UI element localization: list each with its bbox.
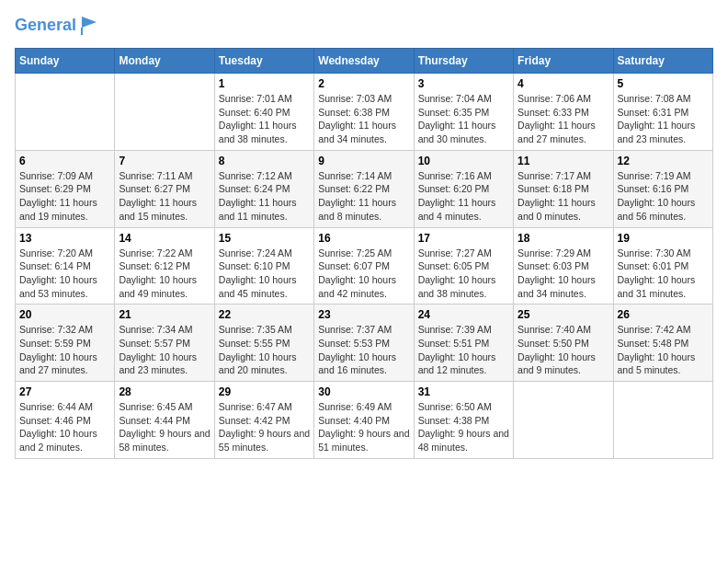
day-info: Sunrise: 7:32 AM Sunset: 5:59 PM Dayligh… bbox=[19, 323, 110, 377]
dow-header-thursday: Thursday bbox=[414, 49, 513, 74]
dow-header-friday: Friday bbox=[514, 49, 613, 74]
day-info: Sunrise: 7:25 AM Sunset: 6:07 PM Dayligh… bbox=[318, 247, 409, 301]
day-number: 7 bbox=[119, 155, 210, 167]
day-number: 22 bbox=[219, 308, 310, 321]
day-info: Sunrise: 7:29 AM Sunset: 6:03 PM Dayligh… bbox=[518, 247, 609, 301]
day-info: Sunrise: 7:09 AM Sunset: 6:29 PM Dayligh… bbox=[19, 169, 110, 224]
calendar-cell: 12Sunrise: 7:19 AM Sunset: 6:16 PM Dayli… bbox=[613, 150, 712, 227]
day-info: Sunrise: 7:34 AM Sunset: 5:57 PM Dayligh… bbox=[119, 323, 210, 377]
day-info: Sunrise: 6:44 AM Sunset: 4:46 PM Dayligh… bbox=[19, 400, 110, 454]
day-info: Sunrise: 7:20 AM Sunset: 6:14 PM Dayligh… bbox=[19, 247, 110, 301]
calendar-cell: 16Sunrise: 7:25 AM Sunset: 6:07 PM Dayli… bbox=[314, 227, 414, 304]
day-info: Sunrise: 7:39 AM Sunset: 5:51 PM Dayligh… bbox=[418, 323, 509, 377]
days-of-week-row: SundayMondayTuesdayWednesdayThursdayFrid… bbox=[16, 49, 713, 74]
calendar-cell: 11Sunrise: 7:17 AM Sunset: 6:18 PM Dayli… bbox=[514, 150, 613, 227]
day-number: 28 bbox=[119, 385, 210, 398]
calendar-cell: 29Sunrise: 6:47 AM Sunset: 4:42 PM Dayli… bbox=[214, 382, 313, 459]
day-number: 31 bbox=[418, 385, 509, 398]
day-number: 16 bbox=[318, 232, 409, 245]
day-number: 24 bbox=[418, 308, 509, 321]
day-info: Sunrise: 7:04 AM Sunset: 6:35 PM Dayligh… bbox=[418, 92, 509, 146]
week-row-3: 13Sunrise: 7:20 AM Sunset: 6:14 PM Dayli… bbox=[16, 227, 713, 304]
day-info: Sunrise: 7:22 AM Sunset: 6:12 PM Dayligh… bbox=[119, 247, 210, 301]
day-number: 5 bbox=[618, 77, 709, 90]
day-number: 29 bbox=[219, 385, 310, 398]
calendar-cell: 3Sunrise: 7:04 AM Sunset: 6:35 PM Daylig… bbox=[414, 74, 513, 151]
calendar-cell bbox=[613, 382, 712, 459]
day-info: Sunrise: 7:16 AM Sunset: 6:20 PM Dayligh… bbox=[418, 169, 509, 224]
day-number: 25 bbox=[518, 308, 609, 321]
day-info: Sunrise: 6:49 AM Sunset: 4:40 PM Dayligh… bbox=[318, 400, 409, 454]
day-info: Sunrise: 6:45 AM Sunset: 4:44 PM Dayligh… bbox=[119, 400, 210, 454]
svg-rect-1 bbox=[81, 28, 83, 35]
calendar-cell: 8Sunrise: 7:12 AM Sunset: 6:24 PM Daylig… bbox=[214, 150, 313, 227]
calendar-cell: 2Sunrise: 7:03 AM Sunset: 6:38 PM Daylig… bbox=[314, 74, 414, 151]
calendar-cell: 31Sunrise: 6:50 AM Sunset: 4:38 PM Dayli… bbox=[414, 382, 513, 459]
day-info: Sunrise: 7:27 AM Sunset: 6:05 PM Dayligh… bbox=[418, 247, 509, 301]
day-number: 6 bbox=[19, 155, 110, 167]
day-number: 8 bbox=[219, 155, 310, 167]
day-number: 1 bbox=[219, 77, 310, 90]
calendar-cell: 24Sunrise: 7:39 AM Sunset: 5:51 PM Dayli… bbox=[414, 304, 513, 382]
day-number: 19 bbox=[618, 232, 709, 245]
day-number: 23 bbox=[318, 308, 409, 321]
day-number: 15 bbox=[219, 232, 310, 245]
calendar-cell: 25Sunrise: 7:40 AM Sunset: 5:50 PM Dayli… bbox=[514, 304, 613, 382]
day-number: 3 bbox=[418, 77, 509, 90]
logo: General bbox=[15, 15, 100, 37]
calendar-cell: 21Sunrise: 7:34 AM Sunset: 5:57 PM Dayli… bbox=[115, 304, 214, 382]
day-number: 14 bbox=[119, 232, 210, 245]
dow-header-saturday: Saturday bbox=[613, 49, 712, 74]
day-info: Sunrise: 7:40 AM Sunset: 5:50 PM Dayligh… bbox=[518, 323, 609, 377]
calendar-cell: 9Sunrise: 7:14 AM Sunset: 6:22 PM Daylig… bbox=[314, 150, 414, 227]
day-info: Sunrise: 7:30 AM Sunset: 6:01 PM Dayligh… bbox=[618, 247, 709, 301]
dow-header-wednesday: Wednesday bbox=[314, 49, 414, 74]
calendar-cell: 15Sunrise: 7:24 AM Sunset: 6:10 PM Dayli… bbox=[214, 227, 313, 304]
day-info: Sunrise: 6:50 AM Sunset: 4:38 PM Dayligh… bbox=[418, 400, 509, 454]
week-row-4: 20Sunrise: 7:32 AM Sunset: 5:59 PM Dayli… bbox=[16, 304, 713, 382]
day-info: Sunrise: 7:08 AM Sunset: 6:31 PM Dayligh… bbox=[618, 92, 709, 146]
day-info: Sunrise: 7:37 AM Sunset: 5:53 PM Dayligh… bbox=[318, 323, 409, 377]
day-info: Sunrise: 7:19 AM Sunset: 6:16 PM Dayligh… bbox=[618, 169, 709, 224]
dow-header-sunday: Sunday bbox=[16, 49, 115, 74]
calendar-cell: 1Sunrise: 7:01 AM Sunset: 6:40 PM Daylig… bbox=[214, 74, 313, 151]
calendar-cell: 26Sunrise: 7:42 AM Sunset: 5:48 PM Dayli… bbox=[613, 304, 712, 382]
day-info: Sunrise: 6:47 AM Sunset: 4:42 PM Dayligh… bbox=[219, 400, 310, 454]
day-number: 30 bbox=[318, 385, 409, 398]
calendar-cell: 18Sunrise: 7:29 AM Sunset: 6:03 PM Dayli… bbox=[514, 227, 613, 304]
day-number: 17 bbox=[418, 232, 509, 245]
day-info: Sunrise: 7:35 AM Sunset: 5:55 PM Dayligh… bbox=[219, 323, 310, 377]
logo-text: General bbox=[15, 17, 76, 35]
dow-header-monday: Monday bbox=[115, 49, 214, 74]
week-row-5: 27Sunrise: 6:44 AM Sunset: 4:46 PM Dayli… bbox=[16, 382, 713, 459]
day-number: 9 bbox=[318, 155, 409, 167]
calendar-cell: 23Sunrise: 7:37 AM Sunset: 5:53 PM Dayli… bbox=[314, 304, 414, 382]
day-info: Sunrise: 7:01 AM Sunset: 6:40 PM Dayligh… bbox=[219, 92, 310, 146]
day-number: 20 bbox=[19, 308, 110, 321]
day-info: Sunrise: 7:14 AM Sunset: 6:22 PM Dayligh… bbox=[318, 169, 409, 224]
calendar-cell: 14Sunrise: 7:22 AM Sunset: 6:12 PM Dayli… bbox=[115, 227, 214, 304]
day-info: Sunrise: 7:42 AM Sunset: 5:48 PM Dayligh… bbox=[618, 323, 709, 377]
day-number: 18 bbox=[518, 232, 609, 245]
day-number: 4 bbox=[518, 77, 609, 90]
calendar-cell bbox=[115, 74, 214, 151]
day-number: 26 bbox=[618, 308, 709, 321]
calendar-cell: 19Sunrise: 7:30 AM Sunset: 6:01 PM Dayli… bbox=[613, 227, 712, 304]
day-number: 13 bbox=[19, 232, 110, 245]
day-info: Sunrise: 7:03 AM Sunset: 6:38 PM Dayligh… bbox=[318, 92, 409, 146]
calendar-cell: 28Sunrise: 6:45 AM Sunset: 4:44 PM Dayli… bbox=[115, 382, 214, 459]
calendar-cell bbox=[16, 74, 115, 151]
calendar-cell: 13Sunrise: 7:20 AM Sunset: 6:14 PM Dayli… bbox=[16, 227, 115, 304]
dow-header-tuesday: Tuesday bbox=[214, 49, 313, 74]
week-row-2: 6Sunrise: 7:09 AM Sunset: 6:29 PM Daylig… bbox=[16, 150, 713, 227]
logo-icon bbox=[78, 15, 100, 37]
week-row-1: 1Sunrise: 7:01 AM Sunset: 6:40 PM Daylig… bbox=[16, 74, 713, 151]
day-info: Sunrise: 7:24 AM Sunset: 6:10 PM Dayligh… bbox=[219, 247, 310, 301]
calendar-table: SundayMondayTuesdayWednesdayThursdayFrid… bbox=[15, 48, 713, 459]
calendar-cell: 22Sunrise: 7:35 AM Sunset: 5:55 PM Dayli… bbox=[214, 304, 313, 382]
calendar-cell: 7Sunrise: 7:11 AM Sunset: 6:27 PM Daylig… bbox=[115, 150, 214, 227]
day-info: Sunrise: 7:12 AM Sunset: 6:24 PM Dayligh… bbox=[219, 169, 310, 224]
calendar-cell: 4Sunrise: 7:06 AM Sunset: 6:33 PM Daylig… bbox=[514, 74, 613, 151]
day-number: 12 bbox=[618, 155, 709, 167]
day-info: Sunrise: 7:17 AM Sunset: 6:18 PM Dayligh… bbox=[518, 169, 609, 224]
